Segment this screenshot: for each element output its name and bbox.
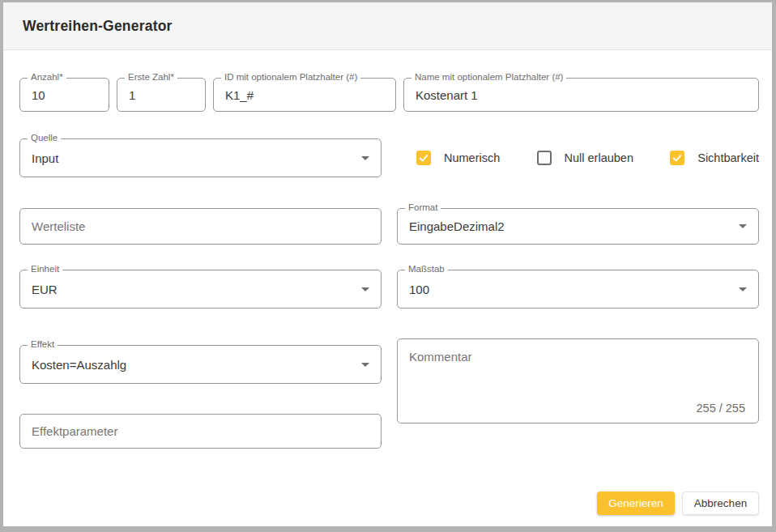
dialog-footer: Generieren Abbrechen bbox=[19, 492, 759, 517]
checkbox-checked-icon[interactable] bbox=[416, 151, 431, 165]
einheit-select[interactable]: Einheit EUR bbox=[19, 270, 382, 309]
sichtbarkeit-label: Sichtbarkeit bbox=[697, 151, 759, 164]
right-column: Numerisch Null erlauben bbox=[397, 138, 759, 423]
form-grid: Quelle Input Einheit EUR Effekt Kosten=A… bbox=[19, 138, 759, 449]
dialog-header: Wertreihen-Generator bbox=[3, 2, 772, 50]
erste-zahl-field: Erste Zahl* bbox=[117, 78, 206, 112]
id-platzhalter-field: ID mit optionalem Platzhalter (#) bbox=[213, 78, 396, 112]
chevron-down-icon bbox=[361, 156, 369, 160]
id-platzhalter-label: ID mit optionalem Platzhalter (#) bbox=[221, 73, 360, 83]
dialog-body: Anzahl* Erste Zahl* ID mit optionalem Pl… bbox=[3, 50, 772, 526]
left-column: Quelle Input Einheit EUR Effekt Kosten=A… bbox=[19, 138, 382, 449]
name-platzhalter-label: Name mit optionalem Platzhalter (#) bbox=[411, 73, 566, 83]
erste-zahl-label: Erste Zahl* bbox=[125, 73, 177, 83]
chevron-down-icon bbox=[361, 287, 369, 292]
check-icon bbox=[672, 152, 683, 164]
format-value: EingabeDezimal2 bbox=[409, 219, 739, 233]
id-platzhalter-input[interactable] bbox=[225, 88, 384, 102]
check-icon bbox=[418, 152, 429, 164]
anzahl-label: Anzahl* bbox=[28, 73, 66, 83]
werteliste-input[interactable] bbox=[32, 219, 369, 233]
effekt-select[interactable]: Effekt Kosten=Auszahlg bbox=[19, 345, 382, 384]
quelle-select[interactable]: Quelle Input bbox=[19, 138, 382, 177]
row-basic-values: Anzahl* Erste Zahl* ID mit optionalem Pl… bbox=[19, 78, 759, 112]
quelle-label: Quelle bbox=[28, 134, 61, 143]
wertreihen-generator-dialog: Wertreihen-Generator Anzahl* Erste Zahl*… bbox=[0, 0, 776, 532]
kommentar-field: 255 / 255 bbox=[397, 338, 759, 423]
checkbox-checked-icon[interactable] bbox=[670, 151, 684, 165]
chevron-down-icon bbox=[739, 224, 747, 228]
anzahl-field: Anzahl* bbox=[19, 78, 109, 112]
numerisch-checkbox[interactable]: Numerisch bbox=[416, 151, 500, 165]
checkbox-unchecked-icon[interactable] bbox=[537, 151, 552, 165]
quelle-value: Input bbox=[32, 151, 361, 165]
generieren-button[interactable]: Generieren bbox=[597, 492, 675, 515]
kommentar-textarea[interactable] bbox=[409, 350, 747, 402]
dialog-title: Wertreihen-Generator bbox=[23, 18, 173, 35]
massstab-label: Maßstab bbox=[405, 265, 448, 275]
abbrechen-button[interactable]: Abbrechen bbox=[682, 492, 759, 515]
chevron-down-icon bbox=[361, 363, 369, 367]
werteliste-field bbox=[19, 208, 382, 245]
effektparameter-input[interactable] bbox=[32, 424, 369, 438]
massstab-value: 100 bbox=[409, 283, 739, 296]
massstab-select[interactable]: Maßstab 100 bbox=[397, 270, 759, 309]
name-platzhalter-field: Name mit optionalem Platzhalter (#) bbox=[403, 78, 759, 112]
chevron-down-icon bbox=[739, 287, 747, 292]
null-erlauben-checkbox[interactable]: Null erlauben bbox=[537, 151, 633, 165]
erste-zahl-input[interactable] bbox=[129, 88, 194, 102]
null-erlauben-label: Null erlauben bbox=[565, 151, 633, 164]
sichtbarkeit-checkbox[interactable]: Sichtbarkeit bbox=[670, 151, 759, 165]
einheit-label: Einheit bbox=[28, 265, 62, 275]
einheit-value: EUR bbox=[32, 283, 361, 296]
effektparameter-field bbox=[19, 414, 382, 449]
format-label: Format bbox=[405, 203, 441, 213]
format-select[interactable]: Format EingabeDezimal2 bbox=[397, 208, 759, 245]
char-counter: 255 / 255 bbox=[697, 402, 745, 415]
name-platzhalter-input[interactable] bbox=[416, 88, 747, 102]
numerisch-label: Numerisch bbox=[444, 151, 500, 164]
checkbox-row: Numerisch Null erlauben bbox=[397, 138, 759, 177]
effekt-label: Effekt bbox=[28, 340, 58, 350]
effekt-value: Kosten=Auszahlg bbox=[32, 358, 361, 372]
anzahl-input[interactable] bbox=[32, 88, 97, 102]
